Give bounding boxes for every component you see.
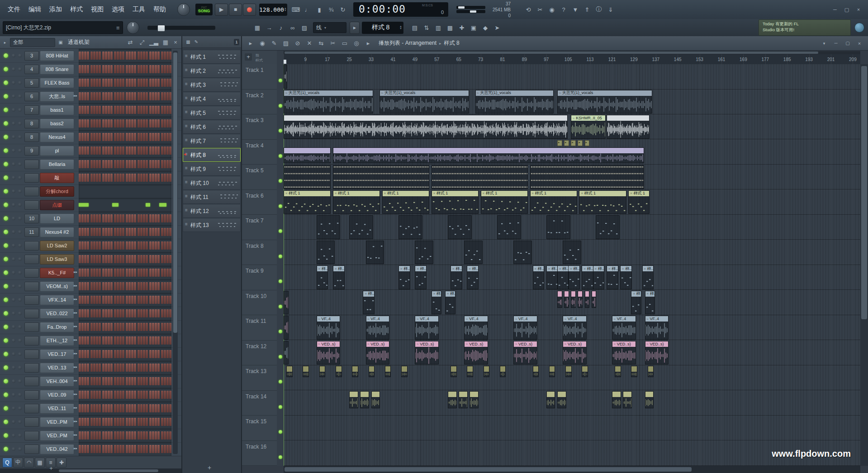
step-cell[interactable]	[157, 445, 160, 453]
step-cell[interactable]	[126, 255, 128, 263]
channel-number[interactable]	[24, 173, 39, 183]
track-led[interactable]	[279, 104, 282, 108]
step-cell[interactable]	[79, 147, 81, 155]
step-cell[interactable]	[119, 377, 122, 385]
step-cell[interactable]	[110, 364, 113, 372]
track-name[interactable]: Track 2	[242, 90, 277, 115]
clip[interactable]: ≡样..3	[582, 265, 593, 289]
track-led[interactable]	[279, 380, 282, 383]
step-cell[interactable]	[126, 336, 128, 345]
step-cell[interactable]	[93, 296, 95, 304]
step-cell[interactable]	[152, 255, 154, 263]
step-cell[interactable]	[93, 445, 95, 453]
step-cell[interactable]	[87, 174, 89, 182]
channel-number[interactable]	[24, 445, 39, 454]
step-cell[interactable]	[169, 106, 171, 114]
channel-led[interactable]	[4, 420, 8, 424]
track-name[interactable]: Track 12	[242, 341, 277, 366]
step-cell[interactable]	[99, 431, 101, 440]
step-cell[interactable]	[90, 214, 93, 222]
step-cell[interactable]	[99, 79, 101, 87]
step-cell[interactable]	[84, 404, 86, 412]
clip[interactable]: ≈VED..s)	[317, 341, 341, 365]
channel-volume-knob[interactable]	[18, 81, 22, 85]
step-cell[interactable]	[108, 160, 110, 168]
step-cell[interactable]	[105, 282, 107, 290]
clip[interactable]	[303, 366, 309, 377]
channel-pan-knob[interactable]	[12, 298, 15, 302]
shape-icon[interactable]: ◠	[24, 458, 34, 468]
step-cell[interactable]	[81, 174, 84, 182]
step-cell[interactable]	[108, 431, 110, 440]
step-cell[interactable]	[143, 336, 145, 345]
step-cell[interactable]	[96, 214, 98, 222]
step-cell[interactable]	[84, 377, 86, 385]
step-cell[interactable]	[99, 377, 101, 385]
delete-tool-icon[interactable]: ⊘	[292, 38, 303, 48]
track-led[interactable]	[279, 330, 282, 333]
channel-pan-knob[interactable]	[12, 135, 15, 139]
step-cell[interactable]	[149, 214, 152, 222]
step-cell[interactable]	[138, 65, 140, 73]
channel-volume-knob[interactable]	[18, 162, 22, 166]
step-cell[interactable]	[126, 431, 128, 440]
step-cell[interactable]	[157, 309, 160, 317]
step-cell[interactable]	[87, 269, 89, 277]
step-cell[interactable]	[140, 323, 142, 331]
step-cell[interactable]	[81, 92, 84, 100]
step-cell[interactable]	[114, 404, 116, 412]
step-cell[interactable]	[93, 92, 95, 100]
channel-volume-knob[interactable]	[18, 189, 22, 193]
step-cell[interactable]	[143, 119, 145, 128]
channel-number[interactable]: 8	[24, 132, 39, 142]
step-cell[interactable]	[105, 133, 107, 141]
step-cell[interactable]	[108, 445, 110, 453]
channel-number[interactable]	[24, 390, 39, 400]
step-cell[interactable]	[149, 336, 152, 345]
step-cell[interactable]	[128, 404, 131, 412]
channel-number[interactable]	[24, 309, 39, 318]
step-cell[interactable]	[138, 336, 140, 345]
step-cell[interactable]	[110, 309, 113, 317]
clip[interactable]: ≡样式 1	[284, 190, 331, 214]
step-cell[interactable]	[152, 106, 154, 114]
channel-pan-knob[interactable]	[12, 122, 15, 125]
typing-keyboard-piano-icon[interactable]: ⌨	[290, 5, 301, 14]
track-led[interactable]	[279, 179, 282, 183]
step-cell[interactable]	[117, 445, 119, 453]
channel-button[interactable]: Nexus4	[40, 132, 74, 142]
clip[interactable]: ≈大悲咒(1)_vocals	[284, 90, 373, 114]
step-cell[interactable]	[157, 377, 160, 385]
step-cell[interactable]	[122, 431, 124, 440]
channel-number[interactable]	[24, 282, 39, 291]
step-cell[interactable]	[140, 241, 142, 250]
step-cell[interactable]	[149, 228, 152, 236]
step-cell[interactable]	[108, 391, 110, 399]
step-cell[interactable]	[152, 350, 154, 358]
step-cell[interactable]	[157, 65, 160, 73]
step-cell[interactable]	[84, 282, 86, 290]
step-cell[interactable]	[140, 418, 142, 426]
step-cell[interactable]	[155, 323, 157, 331]
step-cell[interactable]	[93, 377, 95, 385]
step-cell[interactable]	[119, 92, 122, 100]
step-cell[interactable]	[114, 160, 116, 168]
step-cell[interactable]	[110, 92, 113, 100]
step-cell[interactable]	[152, 52, 154, 60]
step-cell[interactable]	[117, 52, 119, 60]
step-cell[interactable]	[119, 174, 122, 182]
channel-volume-knob[interactable]	[18, 393, 22, 397]
channel-number[interactable]	[24, 377, 39, 386]
step-cell[interactable]	[84, 92, 86, 100]
channel-volume-knob[interactable]	[18, 407, 22, 410]
master-volume-knob[interactable]	[127, 21, 139, 34]
step-cell[interactable]	[126, 92, 128, 100]
step-cell[interactable]	[110, 133, 113, 141]
step-cell[interactable]	[117, 228, 119, 236]
channel-button[interactable]: FLEX Bass	[40, 78, 74, 88]
step-cell[interactable]	[87, 214, 89, 222]
step-cell[interactable]	[146, 323, 148, 331]
step-cell[interactable]	[99, 364, 101, 372]
channel-led[interactable]	[4, 433, 8, 438]
step-cell[interactable]	[134, 174, 136, 182]
